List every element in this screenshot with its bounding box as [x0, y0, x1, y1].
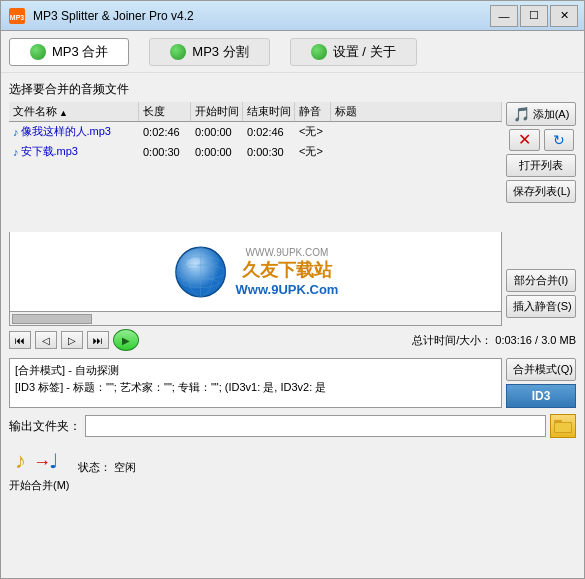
start-merge-button[interactable]: ♪ → ♩ 开始合并(M)	[9, 442, 70, 493]
file-end: 0:00:30	[243, 145, 295, 159]
id3-button[interactable]: ID3	[506, 384, 576, 408]
add-button[interactable]: 🎵 添加(A)	[506, 102, 576, 126]
insert-silence-button[interactable]: 插入静音(S)	[506, 295, 576, 318]
svg-text:♪: ♪	[15, 448, 26, 473]
col-header-end: 结束时间	[243, 102, 295, 121]
transport-bar: ⏮ ◁ ▷ ⏭ ▶ 总计时间/大小： 0:03:16 / 3.0 MB	[9, 326, 576, 354]
add-icon: 🎵	[513, 106, 530, 122]
watermark-area: WWW.9UPK.COM 久友下载站 Www.9UPK.Com	[9, 232, 502, 312]
open-list-button[interactable]: 打开列表	[506, 154, 576, 177]
close-button[interactable]: ✕	[550, 5, 578, 27]
minimize-button[interactable]: —	[490, 5, 518, 27]
status-area: 状态： 空闲	[78, 460, 136, 475]
sort-icon	[59, 106, 68, 118]
output-area: 输出文件夹：	[9, 414, 576, 438]
info-line1: [合并模式] - 自动探测	[15, 362, 496, 379]
music-note-icon: ♪	[13, 126, 19, 138]
table-row[interactable]: ♪ 安下载.mp3 0:00:30 0:00:00 0:00:30 <无>	[9, 142, 502, 162]
merge-tab-indicator	[30, 44, 46, 60]
col-header-silence: 静音	[295, 102, 331, 121]
add-label: 添加(A)	[533, 107, 570, 122]
output-folder-input[interactable]	[85, 415, 546, 437]
merge-tab-label: MP3 合并	[52, 43, 108, 61]
app-icon: MP3	[7, 6, 27, 26]
svg-rect-11	[555, 423, 571, 432]
file-list-body[interactable]: ♪ 像我这样的人.mp3 0:02:46 0:00:00 0:02:46 <无>…	[9, 122, 502, 232]
file-title	[331, 131, 502, 133]
content-area: 选择要合并的音频文件 文件名称 长度 开始时间 结束时间 静音 标题	[1, 73, 584, 578]
next-button[interactable]: ▷	[61, 331, 83, 349]
file-list-section: 文件名称 长度 开始时间 结束时间 静音 标题 ♪ 像我这样的人.mp	[9, 102, 576, 326]
watermark-site-cn: 久友下载站	[236, 258, 339, 282]
play-button[interactable]: ▶	[113, 329, 139, 351]
window-controls: — ☐ ✕	[490, 5, 578, 27]
globe-icon	[173, 244, 228, 299]
svg-text:MP3: MP3	[10, 14, 25, 21]
main-window: MP3 MP3 Splitter & Joiner Pro v4.2 — ☐ ✕…	[0, 0, 585, 579]
total-label: 总计时间/大小：	[412, 334, 492, 346]
refresh-button[interactable]: ↻	[544, 129, 574, 151]
settings-tab-label: 设置 / 关于	[333, 43, 396, 61]
titlebar: MP3 MP3 Splitter & Joiner Pro v4.2 — ☐ ✕	[1, 1, 584, 31]
file-list-panel: 文件名称 长度 开始时间 结束时间 静音 标题 ♪ 像我这样的人.mp	[9, 102, 502, 326]
start-merge-icon: ♪ → ♩	[13, 442, 65, 478]
save-list-button[interactable]: 保存列表(L)	[506, 180, 576, 203]
file-title	[331, 151, 502, 153]
maximize-button[interactable]: ☐	[520, 5, 548, 27]
folder-icon	[554, 418, 572, 434]
file-silence: <无>	[295, 143, 331, 160]
tab-merge[interactable]: MP3 合并	[9, 38, 129, 66]
col-header-title: 标题	[331, 102, 502, 121]
watermark-url: Www.9UPK.Com	[236, 282, 339, 297]
browse-folder-button[interactable]	[550, 414, 576, 438]
output-label: 输出文件夹：	[9, 418, 81, 435]
file-name-cell: ♪ 安下载.mp3	[9, 143, 139, 160]
delete-refresh-row: ✕ ↻	[506, 129, 576, 151]
status-value: 空闲	[114, 461, 136, 473]
section-label: 选择要合并的音频文件	[9, 81, 576, 98]
file-name-cell: ♪ 像我这样的人.mp3	[9, 123, 139, 140]
watermark-url-small: WWW.9UPK.COM	[236, 247, 339, 258]
scrollbar-thumb[interactable]	[12, 314, 92, 324]
svg-text:♩: ♩	[49, 450, 58, 472]
status-prefix: 状态：	[78, 461, 111, 473]
split-tab-indicator	[170, 44, 186, 60]
file-duration: 0:00:30	[139, 145, 191, 159]
prev-button[interactable]: ◁	[35, 331, 57, 349]
info-text-box: [合并模式] - 自动探测 [ID3 标签] - 标题：""; 艺术家：""; …	[9, 358, 502, 408]
file-start: 0:00:00	[191, 125, 243, 139]
file-silence: <无>	[295, 123, 331, 140]
start-row: ♪ → ♩ 开始合并(M) 状态： 空闲	[9, 442, 576, 493]
file-start: 0:00:00	[191, 145, 243, 159]
right-button-panel: 🎵 添加(A) ✕ ↻ 打开列表 保存列表(L) 部分合并(I) 插入静音(S)	[506, 102, 576, 326]
col-header-name: 文件名称	[9, 102, 139, 121]
total-value: 0:03:16 / 3.0 MB	[495, 334, 576, 346]
split-tab-label: MP3 分割	[192, 43, 248, 61]
file-duration: 0:02:46	[139, 125, 191, 139]
horizontal-scrollbar[interactable]	[9, 312, 502, 326]
info-line2: [ID3 标签] - 标题：""; 艺术家：""; 专辑：""; (ID3v1:…	[15, 379, 496, 396]
merge-mode-panel: 合并模式(Q) ID3	[506, 358, 576, 408]
tab-split[interactable]: MP3 分割	[149, 38, 269, 66]
merge-mode-button[interactable]: 合并模式(Q)	[506, 358, 576, 381]
window-title: MP3 Splitter & Joiner Pro v4.2	[33, 9, 490, 23]
skip-end-button[interactable]: ⏭	[87, 331, 109, 349]
start-merge-label: 开始合并(M)	[9, 478, 70, 493]
settings-tab-indicator	[311, 44, 327, 60]
start-icon-box: ♪ → ♩	[13, 442, 65, 478]
file-list-header: 文件名称 长度 开始时间 结束时间 静音 标题	[9, 102, 502, 122]
file-end: 0:02:46	[243, 125, 295, 139]
col-header-duration: 长度	[139, 102, 191, 121]
toolbar: MP3 合并 MP3 分割 设置 / 关于	[1, 31, 584, 73]
skip-start-button[interactable]: ⏮	[9, 331, 31, 349]
table-row[interactable]: ♪ 像我这样的人.mp3 0:02:46 0:00:00 0:02:46 <无>	[9, 122, 502, 142]
music-note-icon: ♪	[13, 146, 19, 158]
tab-settings[interactable]: 设置 / 关于	[290, 38, 417, 66]
info-panel: [合并模式] - 自动探测 [ID3 标签] - 标题：""; 艺术家：""; …	[9, 358, 576, 408]
total-info: 总计时间/大小： 0:03:16 / 3.0 MB	[412, 333, 576, 348]
partial-merge-button[interactable]: 部分合并(I)	[506, 269, 576, 292]
watermark-content: WWW.9UPK.COM 久友下载站 Www.9UPK.Com	[173, 244, 339, 299]
delete-button[interactable]: ✕	[509, 129, 540, 151]
col-header-start: 开始时间	[191, 102, 243, 121]
